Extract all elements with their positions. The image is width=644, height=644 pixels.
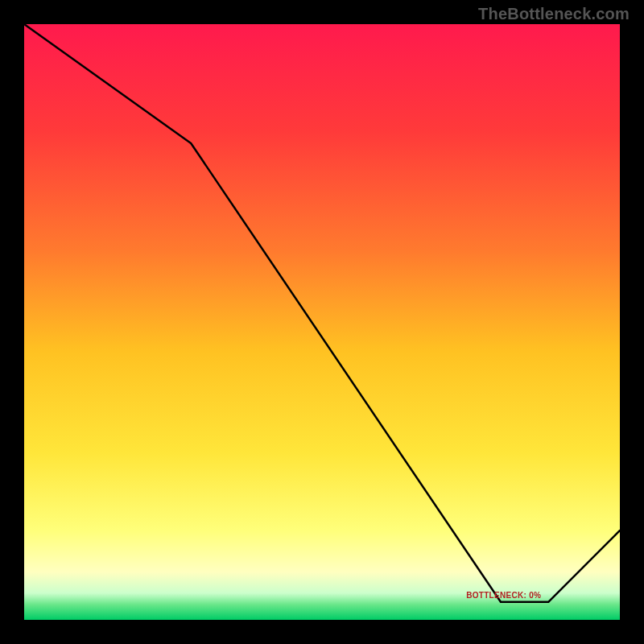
chart-background bbox=[24, 24, 620, 620]
chart-svg bbox=[24, 24, 620, 620]
chart-frame: TheBottleneck.com BOTTLENECK: 0% bbox=[0, 0, 644, 644]
watermark-text: TheBottleneck.com bbox=[478, 5, 630, 23]
plot-area: BOTTLENECK: 0% bbox=[24, 24, 620, 620]
zero-bottleneck-annotation: BOTTLENECK: 0% bbox=[466, 590, 541, 599]
